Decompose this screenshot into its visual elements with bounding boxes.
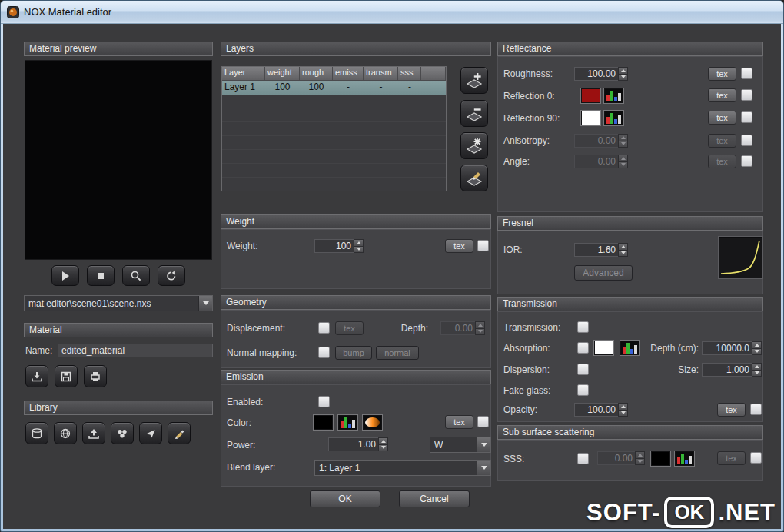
emission-tex-button[interactable]: tex	[445, 415, 473, 429]
remove-layer-button[interactable]	[460, 100, 488, 127]
anisotropy-spinner[interactable]: 0.00	[574, 134, 628, 148]
apply-material-button[interactable]	[84, 365, 107, 387]
spin-down-button[interactable]	[618, 410, 628, 417]
library-edit-button[interactable]	[168, 422, 191, 444]
spin-up-button[interactable]	[354, 239, 364, 246]
spin-up-button[interactable]	[618, 134, 628, 141]
emission-tex-checkbox[interactable]	[477, 416, 489, 427]
sss-spinner[interactable]: 0.00	[597, 451, 645, 465]
reflection0-tex-checkbox[interactable]	[741, 89, 752, 101]
spin-down-button[interactable]	[752, 348, 762, 356]
color-picker-icon[interactable]	[675, 451, 694, 466]
add-layer-button[interactable]	[460, 67, 488, 94]
color-picker-icon[interactable]	[338, 415, 357, 430]
advanced-button[interactable]: Advanced	[574, 265, 633, 281]
spin-down-button[interactable]	[618, 74, 628, 81]
emission-power-value[interactable]: 1.00	[328, 437, 378, 451]
spin-up-button[interactable]	[752, 341, 762, 348]
spin-down-button[interactable]	[475, 328, 485, 336]
spin-up-button[interactable]	[618, 67, 628, 74]
reflection0-tex-button[interactable]: tex	[708, 88, 736, 102]
spin-up-button[interactable]	[475, 321, 485, 328]
bump-button[interactable]: bump	[335, 346, 372, 360]
blend-layer-dropdown-button[interactable]	[477, 461, 490, 475]
sss-value[interactable]: 0.00	[597, 451, 635, 465]
library-database-button[interactable]	[25, 422, 48, 444]
spin-up-button[interactable]	[635, 451, 645, 458]
scene-file-dropdown[interactable]: mat editor\scene01\scene.nxs	[24, 295, 213, 311]
weight-spinner[interactable]: 100	[314, 239, 364, 253]
reflection90-tex-button[interactable]: tex	[708, 111, 736, 125]
render-stop-button[interactable]	[87, 265, 115, 286]
displacement-depth-spinner[interactable]: 0.00	[440, 321, 485, 335]
displacement-checkbox[interactable]	[318, 322, 330, 334]
spin-down-button[interactable]	[752, 370, 762, 377]
preview-refresh-button[interactable]	[158, 265, 185, 286]
ior-value[interactable]: 1.60	[574, 243, 618, 257]
layers-table[interactable]: Layer weight rough emiss transm sss Laye…	[221, 66, 447, 191]
roughness-tex-button[interactable]: tex	[708, 67, 736, 81]
dispersion-size-spinner[interactable]: 1.000	[702, 363, 762, 377]
dispersion-checkbox[interactable]	[577, 364, 589, 375]
normal-mapping-checkbox[interactable]	[318, 347, 330, 358]
scene-file-dropdown-button[interactable]	[198, 296, 212, 311]
library-upload-button[interactable]	[82, 422, 105, 444]
power-unit-dropdown[interactable]: W	[430, 437, 491, 453]
spin-down-button[interactable]	[635, 458, 645, 466]
emission-power-spinner[interactable]: 1.00	[328, 437, 388, 451]
reflection90-color-swatch[interactable]	[581, 111, 600, 125]
library-send-button[interactable]	[139, 422, 162, 444]
weight-tex-button[interactable]: tex	[445, 239, 473, 253]
reflection90-tex-checkbox[interactable]	[741, 111, 752, 123]
spin-down-button[interactable]	[618, 141, 628, 148]
cancel-button[interactable]: Cancel	[399, 490, 470, 507]
sss-checkbox[interactable]	[577, 453, 589, 464]
opacity-value[interactable]: 100.00	[574, 403, 618, 417]
absorption-checkbox[interactable]	[577, 342, 589, 354]
roughness-spinner[interactable]: 100.00	[574, 67, 628, 81]
normal-button[interactable]: normal	[376, 346, 419, 360]
blend-layer-dropdown[interactable]: 1: Layer 1	[314, 460, 491, 476]
anisotropy-tex-checkbox[interactable]	[741, 135, 752, 146]
weight-value[interactable]: 100	[314, 239, 354, 253]
sss-tex-button[interactable]: tex	[717, 451, 746, 465]
displacement-depth-value[interactable]: 0.00	[440, 321, 475, 335]
opacity-tex-button[interactable]: tex	[717, 403, 746, 417]
emission-enabled-checkbox[interactable]	[318, 396, 330, 407]
power-unit-dropdown-button[interactable]	[477, 437, 490, 452]
transmission-depth-spinner[interactable]: 10000.0	[702, 341, 762, 355]
library-web-button[interactable]	[54, 422, 77, 444]
spin-down-button[interactable]	[618, 161, 628, 169]
dispersion-size-value[interactable]: 1.000	[702, 363, 752, 377]
gradient-picker-icon[interactable]	[363, 415, 382, 430]
reflection0-color-swatch[interactable]	[581, 88, 600, 103]
sss-tex-checkbox[interactable]	[750, 452, 762, 464]
roughness-tex-checkbox[interactable]	[741, 68, 752, 79]
weight-tex-checkbox[interactable]	[477, 240, 489, 251]
spin-up-button[interactable]	[618, 403, 628, 410]
absorption-color-swatch[interactable]	[594, 341, 613, 355]
preview-zoom-button[interactable]	[122, 265, 150, 286]
transmission-checkbox[interactable]	[577, 321, 589, 333]
spin-up-button[interactable]	[618, 243, 628, 250]
ok-button[interactable]: OK	[310, 490, 380, 507]
fake-glass-checkbox[interactable]	[577, 384, 589, 396]
load-material-button[interactable]	[25, 365, 48, 387]
spin-down-button[interactable]	[354, 246, 364, 254]
sss-color-swatch[interactable]	[651, 451, 670, 466]
anisotropy-value[interactable]: 0.00	[574, 134, 618, 148]
save-material-button[interactable]	[55, 365, 78, 387]
opacity-spinner[interactable]: 100.00	[574, 403, 628, 417]
opacity-tex-checkbox[interactable]	[750, 404, 762, 415]
angle-tex-button[interactable]: tex	[708, 155, 736, 168]
roughness-value[interactable]: 100.00	[574, 67, 618, 81]
library-materials-button[interactable]	[111, 422, 134, 444]
spin-up-button[interactable]	[618, 155, 628, 161]
emission-color-swatch[interactable]	[314, 415, 333, 430]
displacement-tex-button[interactable]: tex	[335, 321, 364, 335]
edit-layer-button[interactable]	[460, 165, 488, 191]
anisotropy-tex-button[interactable]: tex	[708, 134, 736, 148]
ior-spinner[interactable]: 1.60	[574, 243, 628, 257]
color-picker-icon[interactable]	[620, 341, 639, 355]
table-row-layer1[interactable]: Layer 1 100 100 - - -	[222, 81, 446, 95]
